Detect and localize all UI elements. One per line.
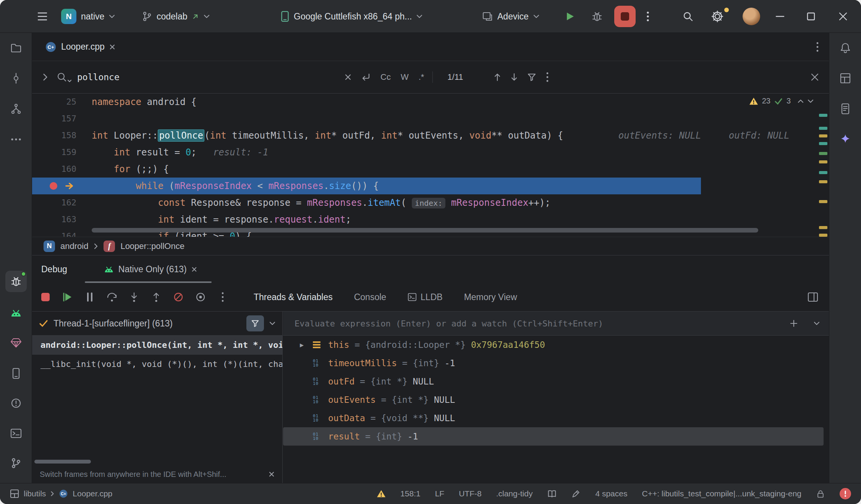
variable-row[interactable]: ▸this = {android::Looper *} 0x7967aa146f… (283, 336, 829, 354)
filter-search-button[interactable] (528, 73, 536, 81)
terminal-tool-button[interactable] (5, 423, 27, 444)
version-control-tool-button[interactable] (5, 452, 27, 474)
close-find-button[interactable] (811, 73, 819, 81)
stripe-mark[interactable] (819, 152, 827, 155)
run-button[interactable] (565, 0, 575, 33)
resume-button[interactable] (61, 291, 74, 304)
newline-icon[interactable] (361, 73, 371, 81)
frames-scrollbar[interactable] (34, 460, 91, 464)
tab-options-button[interactable] (816, 41, 819, 53)
maximize-button[interactable] (807, 0, 815, 33)
device-explorer-button[interactable] (835, 98, 856, 120)
pause-button[interactable] (83, 291, 96, 304)
code-line[interactable]: 163 int ident = response.request.ident; (32, 211, 829, 228)
code-line[interactable]: 162 const Response& response = mResponse… (32, 194, 829, 211)
highlight-level-icon[interactable] (571, 489, 581, 498)
reader-mode-icon[interactable] (547, 489, 557, 498)
mute-breakpoints-button[interactable] (172, 291, 185, 304)
breadcrumb-namespace[interactable]: android (60, 241, 88, 251)
stripe-mark[interactable] (819, 226, 827, 229)
project-tool-button[interactable] (5, 37, 27, 58)
error-notification-badge[interactable] (840, 488, 851, 499)
prev-problem-button[interactable] (798, 99, 804, 103)
main-menu-button[interactable] (37, 0, 48, 33)
debug-button[interactable] (591, 0, 603, 33)
more-tool-windows-button[interactable] (5, 129, 27, 150)
layout-settings-button[interactable] (808, 292, 818, 302)
evaluate-history-chevron[interactable] (814, 321, 820, 325)
status-module[interactable]: libutils (24, 489, 46, 498)
breadcrumb-function[interactable]: Looper::pollOnce (120, 241, 184, 251)
device-selector[interactable]: Google Cuttlefish x86_64 ph... (281, 0, 422, 33)
variable-row[interactable]: 0110timeoutMillis = {int} -1 (283, 354, 829, 372)
thread-dropdown-chevron[interactable] (269, 321, 275, 325)
stop-process-button[interactable] (39, 291, 52, 304)
more-actions-button[interactable] (646, 0, 649, 33)
thread-selector[interactable]: Thread-1-[surfaceflinger] (613) (32, 312, 282, 336)
toolchain-info[interactable]: C++: libutils_test_compile|...unk_stagin… (642, 489, 801, 498)
lint-config[interactable]: .clang-tidy (496, 489, 533, 498)
tab-lldb[interactable]: LLDB (408, 292, 443, 302)
horizontal-scrollbar[interactable] (92, 228, 758, 233)
match-case-toggle[interactable]: Cc (380, 72, 391, 82)
code-line[interactable]: 25namespace android { (32, 94, 829, 110)
variable-row[interactable]: 0110result = {int} -1 (283, 427, 824, 446)
stack-frame[interactable]: android::Looper::pollOnce(int, int *, in… (32, 336, 282, 355)
tab-looper-cpp[interactable]: C+ Looper.cpp (41, 33, 119, 61)
notifications-button[interactable] (835, 37, 856, 58)
evaluate-expression-bar[interactable]: Evaluate expression (Enter) or add a wat… (283, 312, 829, 336)
search-everywhere-button[interactable] (682, 0, 694, 33)
whole-words-toggle[interactable]: W (401, 72, 409, 82)
app-quality-insights-button[interactable] (5, 332, 27, 354)
caret-position[interactable]: 158:1 (400, 489, 421, 498)
device-tools-selector[interactable]: Adevice (482, 0, 539, 33)
variable-row[interactable]: 0110outFd = {int *} NULL (283, 372, 829, 391)
gutter-execution[interactable] (32, 178, 84, 194)
tool-windows-icon[interactable] (10, 489, 19, 498)
vcs-branch-selector[interactable]: codelab (142, 0, 210, 33)
tab-threads-variables[interactable]: Threads & Variables (254, 292, 333, 302)
step-out-button[interactable] (150, 291, 163, 304)
settings-button[interactable] (711, 0, 730, 33)
stripe-mark[interactable] (819, 134, 827, 137)
code-line[interactable]: 160 for (;;) { (32, 161, 829, 178)
dismiss-hint-button[interactable] (269, 471, 275, 477)
find-input[interactable]: pollonce (77, 72, 345, 82)
code-line[interactable]: 159 int result = 0; result: -1 (32, 144, 829, 161)
variable-row[interactable]: 0110outData = {void **} NULL (283, 409, 829, 427)
stripe-mark[interactable] (819, 171, 827, 174)
emulator-tool-button[interactable] (5, 302, 27, 324)
view-breakpoints-button[interactable] (194, 291, 207, 304)
debug-session-tab[interactable]: Native Only (613) (104, 264, 197, 275)
stop-button[interactable] (614, 6, 636, 27)
stripe-mark[interactable] (819, 180, 827, 183)
file-encoding[interactable]: UTF-8 (459, 489, 482, 498)
clear-search-icon[interactable] (345, 74, 351, 81)
gemini-assistant-button[interactable] (835, 129, 856, 150)
tab-memory-view[interactable]: Memory View (464, 292, 517, 302)
stripe-mark[interactable] (819, 200, 827, 203)
expand-chevron-icon[interactable]: ▸ (300, 340, 313, 349)
search-mode-button[interactable] (57, 72, 72, 82)
session-close-icon[interactable] (191, 267, 197, 272)
stripe-mark[interactable] (819, 142, 827, 145)
commit-tool-button[interactable] (5, 68, 27, 89)
debug-more-button[interactable] (216, 291, 229, 304)
code-editor[interactable]: 25namespace android {157158int Looper::p… (32, 94, 829, 237)
code-line[interactable]: while (mResponseIndex < mResponses.size(… (32, 178, 829, 194)
status-file[interactable]: Looper.cpp (73, 489, 112, 498)
next-match-button[interactable] (511, 73, 518, 81)
structure-tool-button[interactable] (5, 98, 27, 120)
search-options-button[interactable] (546, 72, 549, 82)
regex-toggle[interactable]: .* (419, 72, 424, 82)
step-over-button[interactable] (105, 291, 118, 304)
minimize-button[interactable] (775, 0, 785, 33)
stripe-mark[interactable] (819, 127, 827, 130)
add-watch-icon[interactable] (789, 319, 798, 328)
breakpoint-icon[interactable] (50, 182, 57, 190)
next-problem-button[interactable] (808, 99, 814, 103)
stack-frame[interactable]: __libc_init(void *, void (*)(), int (*)(… (32, 355, 282, 374)
lock-icon[interactable] (816, 489, 825, 498)
close-button[interactable] (839, 0, 847, 33)
expand-replace-chevron[interactable] (42, 73, 48, 81)
